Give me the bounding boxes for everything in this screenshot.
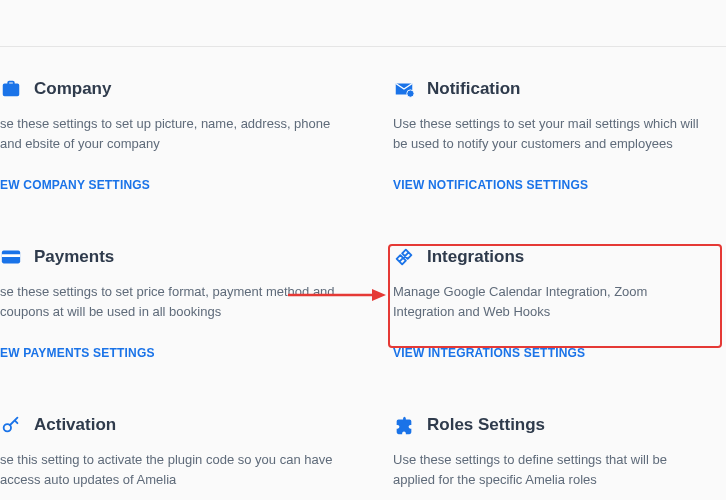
card-title-payments: Payments: [34, 247, 114, 267]
link-integrations-settings[interactable]: VIEW INTEGRATIONS SETTINGS: [393, 346, 702, 360]
link-company-settings[interactable]: EW COMPANY SETTINGS: [0, 178, 339, 192]
card-title-notification: Notification: [427, 79, 521, 99]
card-desc-payments: se these settings to set price format, p…: [0, 282, 339, 322]
card-header: Company: [0, 78, 339, 100]
card-title-activation: Activation: [34, 415, 116, 435]
card-header: Roles Settings: [393, 414, 702, 436]
card-desc-notification: Use these settings to set your mail sett…: [393, 114, 702, 154]
card-integrations: Integrations Manage Google Calendar Inte…: [363, 246, 726, 414]
card-payments: Payments se these settings to set price …: [0, 246, 363, 414]
card-desc-integrations: Manage Google Calendar Integration, Zoom…: [393, 282, 702, 322]
card-title-company: Company: [34, 79, 111, 99]
card-roles: Roles Settings Use these settings to def…: [363, 414, 726, 500]
card-activation: Activation se this setting to activate t…: [0, 414, 363, 500]
card-header: Payments: [0, 246, 339, 268]
card-header: Notification: [393, 78, 702, 100]
card-company: Company se these settings to set up pict…: [0, 78, 363, 246]
card-header: Integrations: [393, 246, 702, 268]
briefcase-icon: [0, 78, 22, 100]
key-icon: [0, 414, 22, 436]
settings-grid: Company se these settings to set up pict…: [0, 78, 726, 500]
top-divider: [0, 46, 726, 47]
puzzle-icon: [393, 414, 415, 436]
card-header: Activation: [0, 414, 339, 436]
link-notification-settings[interactable]: VIEW NOTIFICATIONS SETTINGS: [393, 178, 702, 192]
svg-point-0: [407, 90, 414, 97]
card-title-roles: Roles Settings: [427, 415, 545, 435]
card-notification: Notification Use these settings to set y…: [363, 78, 726, 246]
card-title-integrations: Integrations: [427, 247, 524, 267]
card-desc-activation: se this setting to activate the plugin c…: [0, 450, 339, 490]
plug-icon: [393, 246, 415, 268]
card-desc-company: se these settings to set up picture, nam…: [0, 114, 339, 154]
mail-icon: [393, 78, 415, 100]
credit-card-icon: [0, 246, 22, 268]
link-payments-settings[interactable]: EW PAYMENTS SETTINGS: [0, 346, 339, 360]
svg-rect-2: [2, 254, 20, 257]
card-desc-roles: Use these settings to define settings th…: [393, 450, 702, 490]
